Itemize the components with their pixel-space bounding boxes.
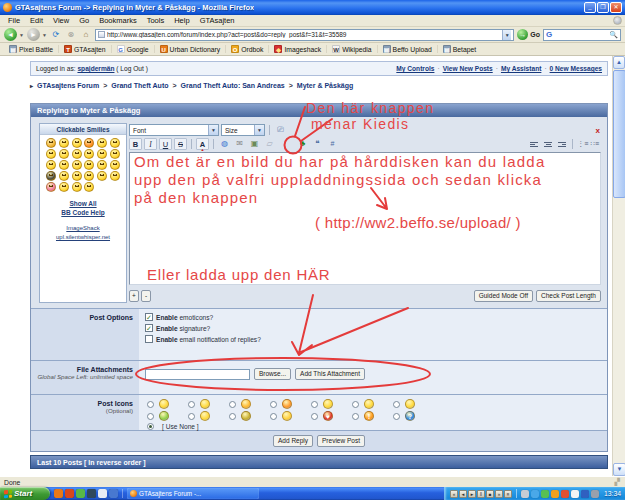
- logout-link[interactable]: ( Log Out ): [116, 65, 148, 72]
- smiley[interactable]: [59, 182, 69, 192]
- tray-icon[interactable]: [541, 490, 549, 498]
- smiley[interactable]: [59, 171, 69, 181]
- userbar-link-my-assistant[interactable]: My Assistant: [501, 65, 541, 72]
- menu-tools[interactable]: Tools: [142, 16, 170, 25]
- post-icon[interactable]: [200, 399, 210, 409]
- breadcrumb-link-grand-theft-auto-san-andreas[interactable]: Grand Theft Auto: San Andreas: [181, 82, 285, 89]
- url-text[interactable]: http://www.gtasajten.com/forum/index.php…: [107, 31, 502, 38]
- forward-button[interactable]: ►: [27, 28, 40, 41]
- uploader-link[interactable]: upl.silentwhisper.net: [40, 233, 126, 242]
- tray-icon[interactable]: [551, 490, 559, 498]
- bookmark-imageshack[interactable]: ◆Imageshack: [268, 45, 326, 53]
- back-dropdown-icon[interactable]: ▼: [19, 32, 24, 38]
- smiley[interactable]: [84, 149, 94, 159]
- post-icon-radio[interactable]: [393, 413, 400, 420]
- format-i-button[interactable]: I: [144, 138, 157, 150]
- ordered-list-icon[interactable]: ⋮≡: [577, 138, 588, 150]
- expand-editor-button[interactable]: +: [129, 290, 139, 302]
- breadcrumb-link-gtasajtens-forum[interactable]: GTAsajtens Forum: [37, 82, 99, 89]
- maximize-button[interactable]: ❐: [597, 2, 609, 13]
- insert-flash-icon[interactable]: ▱: [263, 138, 276, 150]
- post-icon-radio[interactable]: [393, 401, 400, 408]
- post-icon[interactable]: [159, 399, 169, 409]
- smiley[interactable]: [46, 182, 56, 192]
- breadcrumb-link-grand-theft-auto[interactable]: Grand Theft Auto: [111, 82, 168, 89]
- search-input[interactable]: G 🔍: [543, 29, 621, 41]
- font-color-button[interactable]: A▲: [196, 138, 209, 150]
- align-left-icon[interactable]: [528, 138, 540, 150]
- smiley[interactable]: [46, 138, 56, 148]
- smiley[interactable]: [59, 138, 69, 148]
- post-icon[interactable]: [282, 411, 292, 421]
- tray-icon[interactable]: [591, 490, 599, 498]
- format-u-button[interactable]: U: [159, 138, 172, 150]
- go-button[interactable]: → Go: [517, 29, 540, 40]
- checkbox-email-notification-of-replies[interactable]: [145, 335, 153, 343]
- post-icon[interactable]: ?: [405, 411, 415, 421]
- show-all-link[interactable]: Show All: [40, 199, 126, 208]
- bookmark-betapet[interactable]: ▤Betapet: [437, 45, 481, 53]
- smiley[interactable]: [97, 171, 107, 181]
- post-icon[interactable]: [241, 411, 251, 421]
- menu-go[interactable]: Go: [74, 16, 94, 25]
- menu-help[interactable]: Help: [169, 16, 194, 25]
- smiley[interactable]: [72, 149, 82, 159]
- button-add-reply[interactable]: Add Reply: [273, 435, 313, 447]
- insert-email-icon[interactable]: ✉: [233, 138, 246, 150]
- tray-icon[interactable]: [581, 490, 589, 498]
- post-icon[interactable]: [405, 399, 415, 409]
- menu-file[interactable]: File: [3, 16, 25, 25]
- smiley[interactable]: [97, 160, 107, 170]
- post-icon[interactable]: [282, 399, 292, 409]
- userbar-link-view-new-posts[interactable]: View New Posts: [443, 65, 493, 72]
- browse-button[interactable]: Browse...: [254, 368, 291, 380]
- quick-launch-icon[interactable]: [98, 489, 107, 498]
- insert-quote-icon[interactable]: ❝: [311, 138, 324, 150]
- minimize-button[interactable]: _: [584, 2, 596, 13]
- menu-bookmarks[interactable]: Bookmarks: [94, 16, 142, 25]
- smiley[interactable]: [84, 138, 94, 148]
- remove-format-icon[interactable]: ⎚: [274, 124, 287, 136]
- attachment-file-input[interactable]: [145, 369, 250, 380]
- format-s-button[interactable]: S: [174, 138, 187, 150]
- smiley[interactable]: [97, 149, 107, 159]
- bookmark-urban-dictionary[interactable]: UUrban Dictionary: [154, 45, 226, 53]
- home-button[interactable]: ⌂: [80, 29, 92, 41]
- check-post-length-button[interactable]: Check Post Length: [536, 290, 601, 302]
- post-icon[interactable]: [241, 399, 251, 409]
- smiley[interactable]: [72, 182, 82, 192]
- forward-dropdown-icon[interactable]: ▼: [42, 32, 47, 38]
- smiley[interactable]: [84, 160, 94, 170]
- post-icon[interactable]: [200, 411, 210, 421]
- post-icon-radio[interactable]: [147, 401, 154, 408]
- page-scrollbar[interactable]: ▲ ▼: [612, 56, 625, 476]
- insert-code-icon[interactable]: #: [326, 138, 339, 150]
- format-b-button[interactable]: B: [129, 138, 142, 150]
- checkbox-signature[interactable]: ✓: [145, 324, 153, 332]
- upload-image-icon[interactable]: ♣: [296, 138, 309, 150]
- bookmark-wikipedia[interactable]: WWikipedia: [326, 45, 376, 53]
- bb-code-help-link[interactable]: BB Code Help: [40, 208, 126, 217]
- size-select[interactable]: Size▼: [221, 124, 265, 136]
- menu-edit[interactable]: Edit: [25, 16, 48, 25]
- insert-link-icon[interactable]: ◍: [218, 138, 231, 150]
- post-icon[interactable]: ♥: [323, 411, 333, 421]
- unordered-list-icon[interactable]: ∷≡: [590, 138, 599, 150]
- post-icon-radio[interactable]: [352, 401, 359, 408]
- smiley[interactable]: [46, 149, 56, 159]
- userbar-link-0-new-messages[interactable]: 0 New Messages: [550, 65, 602, 72]
- post-icon-radio[interactable]: [229, 401, 236, 408]
- media-control-icon[interactable]: ≡: [504, 490, 512, 498]
- smiley[interactable]: [59, 160, 69, 170]
- imageshack-link[interactable]: ImageShack: [40, 224, 126, 233]
- breadcrumb-link-myter-p-sk-gg[interactable]: Myter & Påskägg: [297, 82, 353, 89]
- smiley[interactable]: [110, 160, 120, 170]
- quick-launch-icon[interactable]: [54, 489, 63, 498]
- smiley[interactable]: [72, 138, 82, 148]
- start-button[interactable]: Start: [0, 487, 50, 500]
- guided-mode-button[interactable]: Guided Mode Off: [474, 290, 533, 302]
- userbar-link-my-controls[interactable]: My Controls: [396, 65, 434, 72]
- post-icon-radio[interactable]: [270, 401, 277, 408]
- add-attachment-button[interactable]: Add This Attachment: [295, 368, 365, 380]
- align-right-icon[interactable]: [556, 138, 568, 150]
